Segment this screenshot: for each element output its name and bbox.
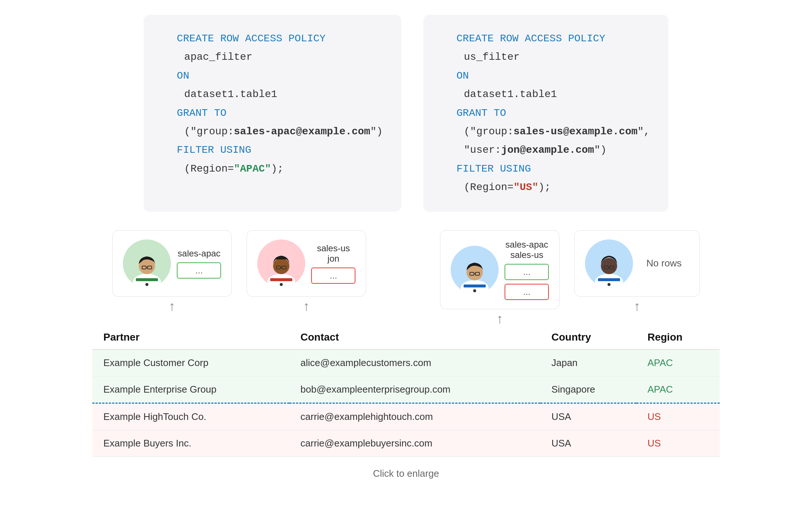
data-pill-2a: ... xyxy=(311,268,355,284)
svg-rect-12 xyxy=(270,278,292,281)
user-cards-area: sales-apac ... ↑ xyxy=(22,230,790,325)
code-keyword: CREATE ROW ACCESS POLICY xyxy=(177,33,326,44)
user-labels-1: sales-apac ... xyxy=(177,248,221,279)
table-row: Example Customer Corpalice@examplecustom… xyxy=(92,349,720,376)
card-inner-1: sales-apac ... xyxy=(112,230,232,297)
cell-partner: Example Buyers Inc. xyxy=(92,430,289,456)
avatar-svg-4 xyxy=(589,247,629,287)
code-grant-1: GRANT TO xyxy=(177,107,226,119)
user-card-1: sales-apac ... ↑ xyxy=(112,230,232,325)
svg-point-8 xyxy=(273,258,289,274)
filter-pre: (Region= xyxy=(184,163,234,175)
arrow-2: ↑ xyxy=(303,300,310,313)
cell-country: USA xyxy=(540,403,636,430)
card-inner-4: No rows xyxy=(574,230,699,297)
code-filter-1: FILTER USING xyxy=(177,144,251,156)
avatar-svg-2 xyxy=(261,247,302,287)
user-card-4: No rows ↑ xyxy=(574,230,699,325)
user-name-3b: sales-us xyxy=(505,250,549,260)
svg-point-22 xyxy=(601,258,617,274)
svg-point-6 xyxy=(145,283,148,286)
cell-region: APAC xyxy=(636,376,720,403)
avatar-svg-3 xyxy=(454,253,495,294)
grant-pre: ("group: xyxy=(184,126,234,137)
svg-rect-26 xyxy=(598,278,620,281)
policy2-filter-line: (Region="US"); xyxy=(442,178,650,197)
table-header-row: Partner Contact Country Region xyxy=(92,325,720,349)
arrow-4: ↑ xyxy=(634,300,640,313)
svg-point-27 xyxy=(608,283,610,286)
cell-partner: Example Customer Corp xyxy=(92,349,289,376)
cell-country: Japan xyxy=(540,349,636,376)
cell-contact: carrie@examplebuyersinc.com xyxy=(289,430,540,456)
data-pill-3a: ... xyxy=(505,264,549,280)
policy-box-2: CREATE ROW ACCESS POLICY us_filter ON da… xyxy=(423,15,668,212)
header-region: Region xyxy=(636,325,720,349)
header-partner: Partner xyxy=(92,325,289,349)
user-name-1: sales-apac xyxy=(177,248,221,259)
code-on-1: ON xyxy=(177,70,189,82)
cell-region: APAC xyxy=(636,349,720,376)
policy2-table: dataset1.table1 xyxy=(442,85,650,104)
avatar-3 xyxy=(451,246,499,294)
code-grant-2: GRANT TO xyxy=(457,107,506,119)
policy1-table: dataset1.table1 xyxy=(162,85,383,104)
code-filter-2: FILTER USING xyxy=(457,163,531,175)
table-section: Partner Contact Country Region Example C… xyxy=(92,325,720,457)
svg-point-20 xyxy=(473,289,476,292)
cell-partner: Example Enterprise Group xyxy=(92,376,289,403)
cell-country: Singapore xyxy=(540,376,636,403)
policy2-grant-line2: "user:jon@example.com") xyxy=(442,141,650,159)
user-card-3: sales-apac sales-us ... ... ↑ xyxy=(440,230,560,325)
avatar-4 xyxy=(585,239,633,287)
table-row: Example Enterprise Groupbob@exampleenter… xyxy=(92,376,720,403)
arrow-3: ↑ xyxy=(496,312,503,325)
policy-box-1: CREATE ROW ACCESS POLICY apac_filter ON … xyxy=(144,15,401,212)
avatar-1 xyxy=(123,239,171,287)
cell-partner: Example HighTouch Co. xyxy=(92,403,289,430)
user-card-2: sales-us jon ... ↑ xyxy=(247,230,366,325)
policy1-grant-line: ("group:sales-apac@example.com") xyxy=(162,123,383,141)
user-name-2b: jon xyxy=(311,254,355,264)
user-labels-2: sales-us jon ... xyxy=(311,243,355,284)
card-inner-2: sales-us jon ... xyxy=(247,230,366,297)
data-pill-1a: ... xyxy=(177,262,221,279)
filter-post: ); xyxy=(271,163,283,175)
cell-contact: bob@exampleenterprisegroup.com xyxy=(289,376,540,403)
filter-value: "APAC" xyxy=(234,163,271,175)
data-pill-3b: ... xyxy=(505,284,549,300)
svg-rect-5 xyxy=(136,278,158,281)
code-keyword-2: CREATE ROW ACCESS POLICY xyxy=(457,33,605,44)
policy2-name: us_filter xyxy=(442,48,650,66)
user-labels-3: sales-apac sales-us ... ... xyxy=(505,239,549,300)
arrow-1: ↑ xyxy=(169,300,175,313)
cell-contact: carrie@examplehightouch.com xyxy=(289,403,540,430)
cell-contact: alice@examplecustomers.com xyxy=(289,349,540,376)
data-table: Partner Contact Country Region Example C… xyxy=(92,325,720,457)
svg-rect-19 xyxy=(464,284,486,287)
grant-post: ") xyxy=(370,126,383,137)
header-country: Country xyxy=(540,325,636,349)
avatar-2 xyxy=(257,239,305,287)
grant-bold: sales-apac@example.com xyxy=(234,126,371,137)
cell-region: US xyxy=(636,430,720,456)
header-contact: Contact xyxy=(289,325,540,349)
avatar-svg-1 xyxy=(127,247,167,287)
user-name-2a: sales-us xyxy=(311,243,355,254)
user-name-3a: sales-apac xyxy=(505,239,549,250)
policy1-name: apac_filter xyxy=(162,48,383,66)
footer-click-enlarge[interactable]: Click to enlarge xyxy=(373,468,439,479)
top-section: CREATE ROW ACCESS POLICY apac_filter ON … xyxy=(22,15,790,212)
policy2-grant-line1: ("group:sales-us@example.com", xyxy=(442,123,650,141)
table-row: Example Buyers Inc.carrie@examplebuyersi… xyxy=(92,430,720,456)
table-row: Example HighTouch Co.carrie@examplehight… xyxy=(92,403,720,430)
policy1-filter-line: (Region="APAC"); xyxy=(162,160,383,178)
card-inner-3: sales-apac sales-us ... ... xyxy=(440,230,560,309)
cell-country: USA xyxy=(540,430,636,456)
no-rows-label: No rows xyxy=(639,254,689,273)
code-on-2: ON xyxy=(457,70,469,82)
svg-point-13 xyxy=(280,283,283,286)
cell-region: US xyxy=(636,403,720,430)
